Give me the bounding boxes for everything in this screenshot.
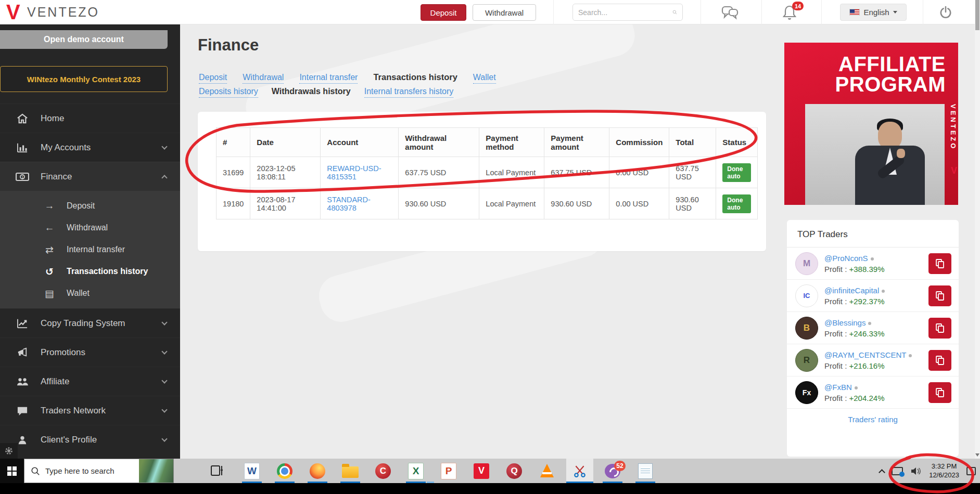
sidebar-item-home[interactable]: Home — [0, 103, 180, 133]
taskbar-app-ventezo[interactable]: V — [468, 459, 495, 483]
taskbar-app-word[interactable]: W — [238, 459, 265, 483]
copy-trader-button[interactable] — [928, 350, 951, 371]
submenu-item-internal-transfer[interactable]: ⇄ Internal transfer — [0, 239, 180, 261]
submenu-item-withdrawal[interactable]: ← Withdrawal — [0, 217, 180, 239]
copy-trader-button[interactable] — [928, 382, 951, 403]
notifications-bell-icon[interactable]: 14 — [781, 5, 798, 20]
settings-gear-icon[interactable] — [0, 443, 18, 459]
taskbar-app-firefox[interactable] — [304, 459, 331, 483]
subtab-withdrawals-history[interactable]: Withdrawals history — [272, 87, 351, 96]
trader-row: IC @infiniteCapital Profit : +292.37% — [787, 280, 959, 312]
trader-name-link[interactable]: @ProNconS — [824, 253, 885, 264]
tray-chevron-up-icon[interactable] — [879, 469, 885, 476]
language-selector[interactable]: English — [840, 4, 907, 21]
copy-trader-button[interactable] — [928, 285, 951, 306]
sidebar-item-my-accounts[interactable]: My Accounts — [0, 133, 180, 162]
trader-name-link[interactable]: @RAYM_CENTSCENT — [824, 350, 912, 360]
scrollbar-down-arrow[interactable] — [975, 453, 979, 457]
sidebar-item-finance[interactable]: 1 Finance — [0, 162, 180, 191]
search-icon[interactable] — [672, 8, 677, 17]
tab-internal-transfer[interactable]: Internal transfer — [299, 73, 358, 84]
tab-deposit[interactable]: Deposit — [199, 73, 227, 84]
action-center-icon[interactable] — [966, 467, 976, 475]
copy-trader-button[interactable] — [928, 318, 951, 339]
trader-name-link[interactable]: @Blessings — [824, 318, 885, 328]
taskbar-app-file-explorer[interactable] — [337, 459, 364, 483]
search-icon — [31, 466, 40, 476]
sidebar-item-clients-profile[interactable]: Client's Profile — [0, 425, 180, 454]
banner-photo — [805, 104, 945, 205]
taskbar-app-viber[interactable]: 52 — [599, 459, 626, 483]
account-link[interactable]: STANDARD-4803978 — [327, 196, 371, 212]
tab-wallet[interactable]: Wallet — [473, 73, 496, 84]
contest-button[interactable]: WINtezo Monthly Contest 2023 — [0, 66, 168, 92]
col-header-commission: Commission — [609, 128, 669, 157]
subtab-deposits-history[interactable]: Deposits history — [199, 87, 258, 98]
open-demo-account-button[interactable]: Open demo account — [0, 30, 168, 49]
desktop-screen: V VENTEZO Deposit Withdrawal 14 English — [0, 0, 980, 494]
logout-power-icon[interactable] — [937, 5, 954, 20]
submenu-item-label: Wallet — [67, 289, 90, 298]
taskbar-search[interactable] — [24, 459, 174, 483]
chat-icon[interactable] — [721, 5, 739, 20]
start-button[interactable] — [0, 459, 24, 483]
taskbar-search-input[interactable] — [45, 466, 134, 475]
speaker-icon[interactable] — [910, 466, 922, 476]
page-scrollbar[interactable] — [975, 0, 980, 459]
taskbar-app-ccleaner[interactable]: C — [370, 459, 397, 483]
taskbar-app-chrome[interactable] — [271, 459, 298, 483]
avatar: R — [795, 349, 818, 372]
withdrawals-table-card: # Date Account Withdrawal amount Payment… — [198, 112, 766, 251]
search-highlight-image[interactable] — [139, 459, 173, 483]
trader-row: R @RAYM_CENTSCENT Profit : +216.16% — [787, 344, 959, 376]
chevron-down-icon — [161, 319, 167, 325]
cell-withdrawal-amount: 930.60 USD — [399, 188, 479, 219]
subtab-internal-transfers-history[interactable]: Internal transfers history — [364, 87, 454, 98]
trader-name-link[interactable]: @infiniteCapital — [824, 285, 885, 296]
notepad-icon — [638, 463, 653, 479]
taskbar-app-excel[interactable]: X — [402, 459, 429, 483]
search-input[interactable] — [578, 8, 672, 17]
avatar: B — [795, 317, 818, 340]
submenu-item-transactions-history[interactable]: ↺ Transactions history — [0, 261, 180, 282]
cell-total: 930.60 USD — [669, 188, 716, 219]
account-link[interactable]: REWARD-USD-4815351 — [327, 164, 381, 181]
tab-withdrawal[interactable]: Withdrawal — [243, 73, 284, 84]
tab-transactions-history[interactable]: Transactions history — [373, 72, 457, 82]
cell-id: 19180 — [217, 188, 250, 219]
taskbar-app-snipping-tool[interactable] — [566, 459, 593, 483]
taskbar-app-notepad[interactable] — [632, 459, 659, 483]
submenu-item-label: Internal transfer — [67, 245, 125, 254]
display-cast-icon[interactable] — [892, 467, 903, 475]
withdrawal-button[interactable]: Withdrawal — [473, 4, 536, 21]
brand-logo[interactable]: V VENTEZO — [6, 3, 99, 21]
chevron-down-icon — [161, 436, 167, 441]
sidebar-item-promotions[interactable]: Promotions — [0, 337, 180, 367]
home-icon — [16, 113, 29, 124]
arrow-right-icon: → — [42, 200, 57, 212]
sidebar-item-traders-network[interactable]: Traders Network — [0, 396, 180, 425]
task-view-icon[interactable] — [210, 464, 225, 477]
taskbar-clock[interactable]: 3:32 PM 12/6/2023 — [929, 462, 959, 480]
submenu-item-wallet[interactable]: ▤ Wallet — [0, 282, 180, 304]
col-header-payment-amount: Payment amount — [544, 128, 609, 157]
taskbar-app-red-q[interactable]: Q — [501, 459, 528, 483]
top-traders-title: TOP Traders — [787, 229, 959, 240]
taskbar-app-vlc[interactable] — [533, 459, 561, 483]
trader-row: Fx @FxBN Profit : +204.24% — [787, 376, 959, 409]
divider — [761, 0, 762, 24]
scrollbar-thumb[interactable] — [975, 0, 979, 30]
folder-icon — [342, 466, 359, 478]
copy-trader-button[interactable] — [928, 253, 951, 274]
affiliate-program-banner[interactable]: AFFILIATE PROGRAM VENTEZO V — [784, 43, 958, 205]
trader-name-link[interactable]: @FxBN — [824, 382, 885, 393]
brand-name: VENTEZO — [27, 5, 99, 20]
submenu-item-deposit[interactable]: → Deposit — [0, 195, 180, 217]
sidebar-item-label: Home — [41, 113, 167, 124]
sidebar-item-copy-trading[interactable]: Copy Trading System — [0, 308, 180, 337]
deposit-button[interactable]: Deposit — [421, 4, 466, 21]
traders-rating-link[interactable]: Traders' rating — [787, 415, 959, 424]
ventezo-app-icon: V — [474, 463, 489, 479]
taskbar-app-powerpoint[interactable]: P — [435, 459, 462, 483]
sidebar-item-affiliate[interactable]: Affiliate — [0, 367, 180, 396]
